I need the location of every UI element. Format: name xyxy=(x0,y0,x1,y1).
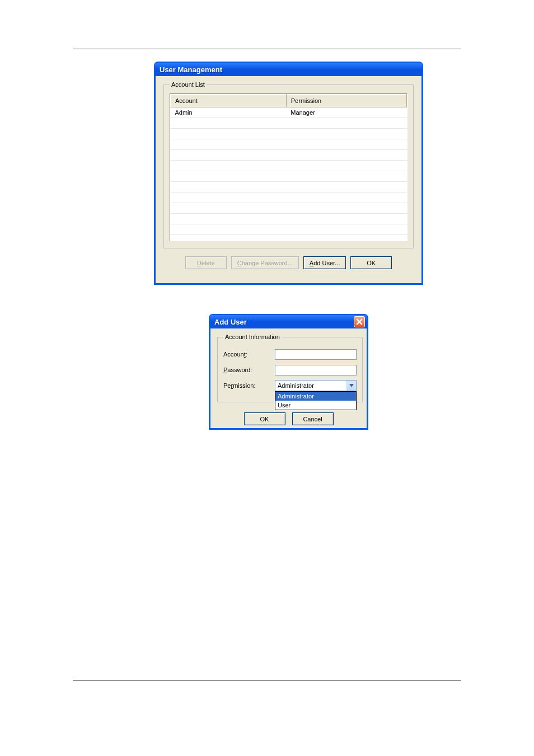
user-management-title: User Management xyxy=(160,65,420,74)
table-row[interactable] xyxy=(171,118,407,129)
account-input[interactable] xyxy=(275,349,357,360)
cell-account: Admin xyxy=(171,107,287,118)
table-row[interactable] xyxy=(171,224,407,235)
add-user-button[interactable]: Add User... xyxy=(303,256,346,269)
chevron-down-icon[interactable] xyxy=(346,381,356,391)
column-header-account[interactable]: Account xyxy=(171,95,287,107)
page-bottom-divider xyxy=(73,680,461,680)
permission-combo-value: Administrator xyxy=(275,382,346,389)
add-user-title: Add User xyxy=(214,318,354,326)
add-user-cancel-button[interactable]: Cancel xyxy=(292,412,334,425)
account-list-table-wrap[interactable]: Account Permission AdminManager xyxy=(170,93,407,241)
permission-option[interactable]: User xyxy=(275,401,356,410)
user-management-button-row: Delete Change Password... Add User... OK xyxy=(163,256,414,269)
add-user-titlebar[interactable]: Add User xyxy=(210,315,367,328)
table-row[interactable] xyxy=(171,182,407,192)
table-row[interactable] xyxy=(171,192,407,203)
user-management-titlebar[interactable]: User Management xyxy=(155,63,422,76)
account-list-group: Account List Account Permission AdminMan… xyxy=(163,81,414,248)
permission-combo[interactable]: Administrator AdministratorUser xyxy=(275,380,357,391)
password-label: Password: xyxy=(223,367,275,373)
delete-button: Delete xyxy=(185,256,227,269)
permission-label: Permission: xyxy=(223,382,275,389)
account-list-legend: Account List xyxy=(170,81,207,88)
password-row: Password: xyxy=(223,364,357,376)
add-user-body: Account Information Account: Password: P… xyxy=(210,328,367,432)
user-management-body: Account List Account Permission AdminMan… xyxy=(156,76,421,277)
permission-row: Permission: Administrator AdministratorU… xyxy=(223,379,357,392)
add-user-button-row: OK Cancel xyxy=(217,412,360,425)
table-row[interactable]: AdminManager xyxy=(171,107,407,118)
table-row[interactable] xyxy=(171,150,407,161)
table-row[interactable] xyxy=(171,171,407,182)
cell-permission: Manager xyxy=(286,107,406,118)
user-management-dialog: User Management Account List Account Per… xyxy=(154,62,423,285)
account-row: Account: xyxy=(223,348,357,360)
change-password-button: Change Password... xyxy=(231,256,299,269)
table-row[interactable] xyxy=(171,214,407,224)
column-header-permission[interactable]: Permission xyxy=(286,95,406,107)
account-list-table: Account Permission AdminManager xyxy=(170,94,407,241)
permission-option[interactable]: Administrator xyxy=(275,392,356,401)
permission-combo-box[interactable]: Administrator xyxy=(275,380,357,391)
table-row[interactable] xyxy=(171,129,407,139)
ok-button[interactable]: OK xyxy=(350,256,392,269)
close-icon[interactable] xyxy=(354,316,365,327)
account-information-legend: Account Information xyxy=(223,334,282,340)
permission-combo-list[interactable]: AdministratorUser xyxy=(275,391,357,410)
account-information-group: Account Information Account: Password: P… xyxy=(217,334,363,402)
table-row[interactable] xyxy=(171,161,407,171)
add-user-ok-button[interactable]: OK xyxy=(244,412,285,425)
table-row[interactable] xyxy=(171,235,407,242)
table-row[interactable] xyxy=(171,203,407,214)
page-top-divider xyxy=(73,49,461,49)
table-row[interactable] xyxy=(171,139,407,150)
account-label: Account: xyxy=(223,351,275,358)
add-user-dialog: Add User Account Information Account: Pa… xyxy=(209,314,368,430)
password-input[interactable] xyxy=(275,365,357,375)
